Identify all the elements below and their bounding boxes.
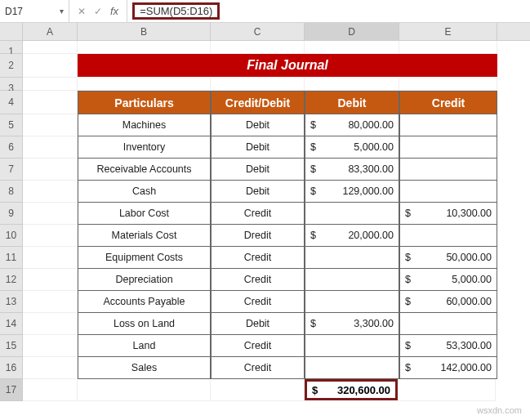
credit-debit-cell[interactable]: Debit: [211, 114, 305, 136]
cell[interactable]: [23, 247, 78, 269]
cell[interactable]: [78, 41, 211, 54]
particulars-cell[interactable]: Cash: [78, 181, 211, 203]
row-header[interactable]: 4: [0, 91, 23, 114]
col-header-c[interactable]: C: [211, 23, 305, 40]
particulars-cell[interactable]: Materials Cost: [78, 225, 211, 247]
cell[interactable]: [23, 379, 78, 401]
cell[interactable]: [23, 203, 78, 225]
row-header[interactable]: 11: [0, 247, 23, 269]
particulars-cell[interactable]: Land: [78, 335, 211, 357]
credit-cell[interactable]: [399, 136, 497, 159]
cell[interactable]: [23, 114, 78, 136]
credit-cell[interactable]: [399, 159, 497, 181]
cell[interactable]: [211, 78, 305, 91]
cell[interactable]: [23, 357, 78, 379]
row-header[interactable]: 9: [0, 203, 23, 225]
cell[interactable]: [23, 41, 78, 54]
row-header[interactable]: 2: [0, 54, 23, 78]
credit-cell[interactable]: $50,000.00: [399, 247, 497, 269]
cancel-icon[interactable]: ✕: [78, 6, 86, 17]
debit-cell[interactable]: $83,300.00: [305, 159, 399, 181]
col-header-a[interactable]: A: [23, 23, 78, 40]
chevron-down-icon[interactable]: ▾: [60, 7, 64, 16]
row-header[interactable]: 1: [0, 41, 23, 54]
credit-cell[interactable]: [399, 114, 497, 136]
credit-debit-cell[interactable]: Credit: [211, 247, 305, 269]
name-box[interactable]: D17 ▾: [0, 0, 69, 22]
particulars-cell[interactable]: Equipment Costs: [78, 247, 211, 269]
cell[interactable]: [305, 41, 399, 54]
row-header[interactable]: 7: [0, 159, 23, 181]
journal-title[interactable]: Final Journal: [78, 54, 497, 78]
debit-cell[interactable]: $129,000.00: [305, 181, 399, 203]
debit-cell[interactable]: $3,300.00: [305, 313, 399, 335]
debit-cell[interactable]: $20,000.00: [305, 225, 399, 247]
cell[interactable]: [23, 181, 78, 203]
header-credit-debit[interactable]: Credit/Debit: [211, 91, 305, 114]
row-header[interactable]: 13: [0, 291, 23, 313]
col-header-d[interactable]: D: [305, 23, 399, 40]
credit-debit-cell[interactable]: Debit: [211, 159, 305, 181]
header-debit[interactable]: Debit: [305, 91, 399, 114]
row-header[interactable]: 5: [0, 114, 23, 136]
debit-cell[interactable]: [305, 247, 399, 269]
credit-cell[interactable]: $142,000.00: [399, 357, 497, 379]
header-credit[interactable]: Credit: [399, 91, 497, 114]
cell[interactable]: [23, 136, 78, 159]
row-header[interactable]: 3: [0, 78, 23, 91]
credit-debit-cell[interactable]: Credit: [211, 291, 305, 313]
particulars-cell[interactable]: Accounts Payable: [78, 291, 211, 313]
row-header[interactable]: 8: [0, 181, 23, 203]
particulars-cell[interactable]: Inventory: [78, 136, 211, 159]
credit-cell[interactable]: $53,300.00: [399, 335, 497, 357]
credit-cell[interactable]: [399, 313, 497, 335]
credit-debit-cell[interactable]: Credit: [211, 203, 305, 225]
header-particulars[interactable]: Particulars: [78, 91, 211, 114]
col-header-e[interactable]: E: [399, 23, 497, 40]
particulars-cell[interactable]: Depreciation: [78, 269, 211, 291]
debit-cell[interactable]: [305, 269, 399, 291]
fx-icon[interactable]: fx: [110, 5, 118, 17]
credit-cell[interactable]: $10,300.00: [399, 203, 497, 225]
cell[interactable]: [211, 379, 305, 401]
credit-debit-cell[interactable]: Credit: [211, 335, 305, 357]
debit-cell[interactable]: $5,000.00: [305, 136, 399, 159]
cell[interactable]: [23, 91, 78, 114]
accept-icon[interactable]: ✓: [94, 6, 102, 17]
cell[interactable]: [23, 313, 78, 335]
particulars-cell[interactable]: Labor Cost: [78, 203, 211, 225]
credit-debit-cell[interactable]: Dredit: [211, 225, 305, 247]
debit-cell[interactable]: [305, 335, 399, 357]
cell[interactable]: [23, 269, 78, 291]
cell[interactable]: [399, 41, 497, 54]
row-header[interactable]: 15: [0, 335, 23, 357]
row-header[interactable]: 17: [0, 379, 23, 401]
particulars-cell[interactable]: Loss on Land: [78, 313, 211, 335]
row-header[interactable]: 12: [0, 269, 23, 291]
cell[interactable]: [78, 379, 211, 401]
total-debit-cell[interactable]: $ 320,600.00: [305, 379, 398, 400]
cell[interactable]: [23, 78, 78, 91]
cell[interactable]: [23, 225, 78, 247]
cell[interactable]: [211, 41, 305, 54]
credit-cell[interactable]: $5,000.00: [399, 269, 497, 291]
particulars-cell[interactable]: Machines: [78, 114, 211, 136]
cell[interactable]: [23, 159, 78, 181]
credit-debit-cell[interactable]: Credit: [211, 357, 305, 379]
cell[interactable]: [399, 78, 497, 91]
credit-debit-cell[interactable]: Debit: [211, 136, 305, 159]
particulars-cell[interactable]: Receivable Accounts: [78, 159, 211, 181]
debit-cell[interactable]: [305, 357, 399, 379]
cell[interactable]: [23, 335, 78, 357]
formula-input[interactable]: =SUM(D5:D16): [127, 2, 530, 20]
row-header[interactable]: 16: [0, 357, 23, 379]
debit-cell[interactable]: [305, 203, 399, 225]
cell[interactable]: [23, 291, 78, 313]
credit-debit-cell[interactable]: Debit: [211, 181, 305, 203]
particulars-cell[interactable]: Sales: [78, 357, 211, 379]
credit-cell[interactable]: $60,000.00: [399, 291, 497, 313]
cell[interactable]: [398, 379, 496, 401]
credit-cell[interactable]: [399, 225, 497, 247]
credit-cell[interactable]: [399, 181, 497, 203]
row-header[interactable]: 10: [0, 225, 23, 247]
